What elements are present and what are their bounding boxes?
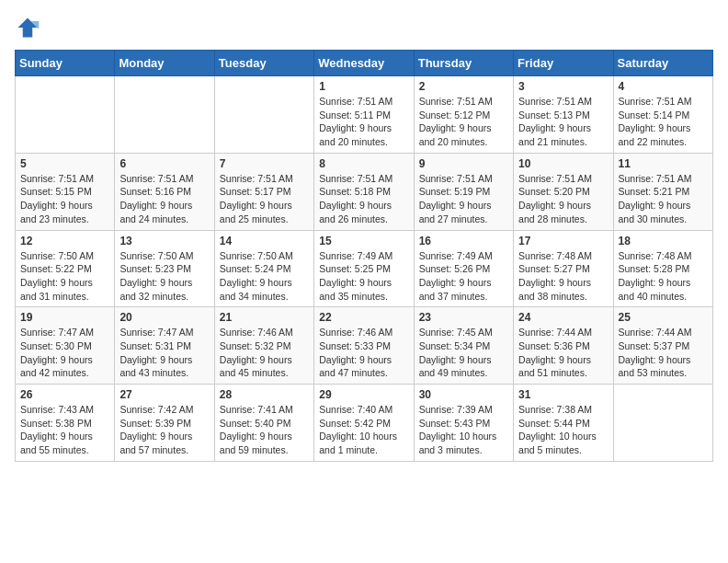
calendar-table: SundayMondayTuesdayWednesdayThursdayFrid… [15, 50, 713, 462]
week-row-4: 26Sunrise: 7:43 AM Sunset: 5:38 PM Dayli… [16, 385, 713, 462]
weekday-header-row: SundayMondayTuesdayWednesdayThursdayFrid… [16, 51, 713, 76]
day-number: 2 [419, 80, 508, 93]
svg-marker-0 [18, 18, 38, 38]
day-number: 5 [20, 157, 109, 170]
day-info: Sunrise: 7:49 AM Sunset: 5:25 PM Dayligh… [319, 249, 408, 304]
day-cell: 3Sunrise: 7:51 AM Sunset: 5:13 PM Daylig… [514, 76, 613, 154]
day-number: 15 [319, 235, 408, 247]
day-info: Sunrise: 7:50 AM Sunset: 5:22 PM Dayligh… [20, 249, 109, 304]
day-cell: 28Sunrise: 7:41 AM Sunset: 5:40 PM Dayli… [214, 385, 313, 462]
day-number: 17 [518, 235, 608, 247]
day-cell: 14Sunrise: 7:50 AM Sunset: 5:24 PM Dayli… [214, 230, 313, 307]
day-cell: 16Sunrise: 7:49 AM Sunset: 5:26 PM Dayli… [414, 230, 513, 307]
day-cell: 5Sunrise: 7:51 AM Sunset: 5:15 PM Daylig… [16, 153, 115, 230]
day-info: Sunrise: 7:51 AM Sunset: 5:18 PM Dayligh… [319, 172, 408, 226]
day-cell: 17Sunrise: 7:48 AM Sunset: 5:27 PM Dayli… [514, 230, 613, 307]
day-info: Sunrise: 7:47 AM Sunset: 5:31 PM Dayligh… [119, 326, 209, 380]
day-cell: 7Sunrise: 7:51 AM Sunset: 5:17 PM Daylig… [214, 153, 313, 230]
day-cell: 19Sunrise: 7:47 AM Sunset: 5:30 PM Dayli… [16, 307, 115, 385]
week-row-2: 12Sunrise: 7:50 AM Sunset: 5:22 PM Dayli… [16, 230, 713, 307]
day-number: 7 [220, 157, 309, 170]
day-cell: 25Sunrise: 7:44 AM Sunset: 5:37 PM Dayli… [613, 307, 712, 385]
day-info: Sunrise: 7:44 AM Sunset: 5:37 PM Dayligh… [619, 326, 708, 380]
day-info: Sunrise: 7:51 AM Sunset: 5:13 PM Dayligh… [518, 95, 608, 149]
day-cell: 23Sunrise: 7:45 AM Sunset: 5:34 PM Dayli… [414, 307, 513, 385]
day-cell: 30Sunrise: 7:39 AM Sunset: 5:43 PM Dayli… [414, 385, 513, 462]
day-info: Sunrise: 7:51 AM Sunset: 5:14 PM Dayligh… [619, 95, 708, 149]
day-number: 13 [119, 235, 209, 247]
day-info: Sunrise: 7:50 AM Sunset: 5:23 PM Dayligh… [119, 249, 209, 304]
day-number: 23 [419, 311, 508, 324]
day-info: Sunrise: 7:45 AM Sunset: 5:34 PM Dayligh… [419, 326, 508, 380]
day-number: 28 [220, 388, 309, 401]
day-cell: 29Sunrise: 7:40 AM Sunset: 5:42 PM Dayli… [314, 385, 414, 462]
week-row-1: 5Sunrise: 7:51 AM Sunset: 5:15 PM Daylig… [16, 153, 713, 230]
day-cell: 12Sunrise: 7:50 AM Sunset: 5:22 PM Dayli… [16, 230, 115, 307]
day-number: 9 [419, 157, 508, 170]
day-cell: 27Sunrise: 7:42 AM Sunset: 5:39 PM Dayli… [115, 385, 214, 462]
day-cell: 8Sunrise: 7:51 AM Sunset: 5:18 PM Daylig… [314, 153, 414, 230]
day-cell: 26Sunrise: 7:43 AM Sunset: 5:38 PM Dayli… [16, 385, 115, 462]
day-number: 30 [419, 388, 508, 401]
day-cell: 15Sunrise: 7:49 AM Sunset: 5:25 PM Dayli… [314, 230, 414, 307]
day-cell: 20Sunrise: 7:47 AM Sunset: 5:31 PM Dayli… [115, 307, 214, 385]
logo-icon [15, 15, 40, 40]
day-info: Sunrise: 7:49 AM Sunset: 5:26 PM Dayligh… [419, 249, 508, 304]
weekday-tuesday: Tuesday [214, 51, 313, 76]
day-number: 29 [319, 388, 408, 401]
day-number: 27 [119, 388, 209, 401]
logo [15, 15, 44, 40]
day-info: Sunrise: 7:48 AM Sunset: 5:28 PM Dayligh… [619, 249, 708, 304]
calendar-body: 1Sunrise: 7:51 AM Sunset: 5:11 PM Daylig… [16, 76, 713, 462]
day-cell [214, 76, 313, 154]
day-number: 1 [319, 80, 408, 93]
week-row-0: 1Sunrise: 7:51 AM Sunset: 5:11 PM Daylig… [16, 76, 713, 154]
day-info: Sunrise: 7:39 AM Sunset: 5:43 PM Dayligh… [419, 403, 508, 457]
day-info: Sunrise: 7:48 AM Sunset: 5:27 PM Dayligh… [518, 249, 608, 304]
day-info: Sunrise: 7:41 AM Sunset: 5:40 PM Dayligh… [220, 403, 309, 457]
weekday-wednesday: Wednesday [314, 51, 414, 76]
day-number: 6 [119, 157, 209, 170]
day-cell: 11Sunrise: 7:51 AM Sunset: 5:21 PM Dayli… [613, 153, 712, 230]
day-cell: 21Sunrise: 7:46 AM Sunset: 5:32 PM Dayli… [214, 307, 313, 385]
weekday-thursday: Thursday [414, 51, 513, 76]
day-info: Sunrise: 7:43 AM Sunset: 5:38 PM Dayligh… [20, 403, 109, 457]
day-number: 12 [20, 235, 109, 247]
day-info: Sunrise: 7:47 AM Sunset: 5:30 PM Dayligh… [20, 326, 109, 380]
day-number: 10 [518, 157, 608, 170]
day-info: Sunrise: 7:44 AM Sunset: 5:36 PM Dayligh… [518, 326, 608, 380]
day-number: 25 [619, 311, 708, 324]
day-info: Sunrise: 7:46 AM Sunset: 5:33 PM Dayligh… [319, 326, 408, 380]
day-number: 20 [119, 311, 209, 324]
day-number: 26 [20, 388, 109, 401]
day-info: Sunrise: 7:51 AM Sunset: 5:19 PM Dayligh… [419, 172, 508, 226]
day-number: 21 [220, 311, 309, 324]
day-info: Sunrise: 7:40 AM Sunset: 5:42 PM Dayligh… [319, 403, 408, 457]
day-number: 19 [20, 311, 109, 324]
day-number: 18 [619, 235, 708, 247]
day-cell: 4Sunrise: 7:51 AM Sunset: 5:14 PM Daylig… [613, 76, 712, 154]
day-number: 24 [518, 311, 608, 324]
day-number: 31 [518, 388, 608, 401]
day-number: 16 [419, 235, 508, 247]
day-cell: 1Sunrise: 7:51 AM Sunset: 5:11 PM Daylig… [314, 76, 414, 154]
day-cell: 24Sunrise: 7:44 AM Sunset: 5:36 PM Dayli… [514, 307, 613, 385]
day-cell: 13Sunrise: 7:50 AM Sunset: 5:23 PM Dayli… [115, 230, 214, 307]
day-info: Sunrise: 7:51 AM Sunset: 5:20 PM Dayligh… [518, 172, 608, 226]
day-info: Sunrise: 7:42 AM Sunset: 5:39 PM Dayligh… [119, 403, 209, 457]
day-info: Sunrise: 7:51 AM Sunset: 5:21 PM Dayligh… [619, 172, 708, 226]
weekday-friday: Friday [514, 51, 613, 76]
day-info: Sunrise: 7:51 AM Sunset: 5:17 PM Dayligh… [220, 172, 309, 226]
day-info: Sunrise: 7:46 AM Sunset: 5:32 PM Dayligh… [220, 326, 309, 380]
day-cell: 2Sunrise: 7:51 AM Sunset: 5:12 PM Daylig… [414, 76, 513, 154]
day-number: 4 [619, 80, 708, 93]
day-number: 11 [619, 157, 708, 170]
weekday-saturday: Saturday [613, 51, 712, 76]
day-cell: 10Sunrise: 7:51 AM Sunset: 5:20 PM Dayli… [514, 153, 613, 230]
day-info: Sunrise: 7:50 AM Sunset: 5:24 PM Dayligh… [220, 249, 309, 304]
day-cell: 18Sunrise: 7:48 AM Sunset: 5:28 PM Dayli… [613, 230, 712, 307]
day-info: Sunrise: 7:51 AM Sunset: 5:12 PM Dayligh… [419, 95, 508, 149]
page-header [15, 15, 713, 40]
weekday-monday: Monday [115, 51, 214, 76]
day-cell: 31Sunrise: 7:38 AM Sunset: 5:44 PM Dayli… [514, 385, 613, 462]
